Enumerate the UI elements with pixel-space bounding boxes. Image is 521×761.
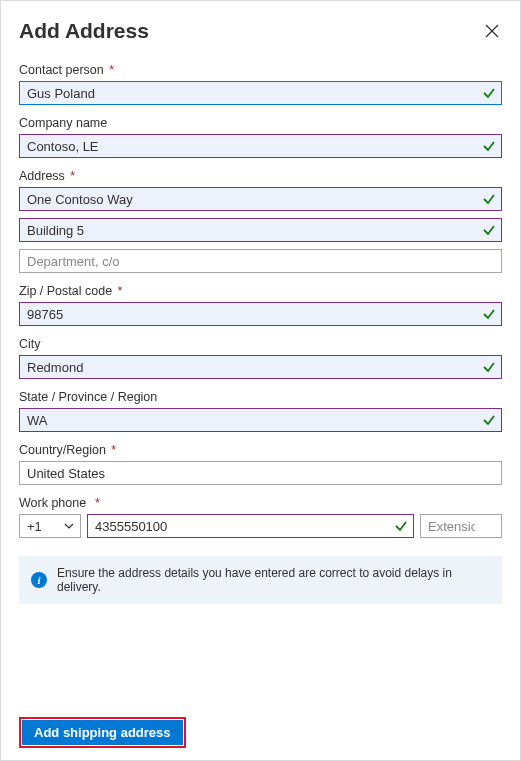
check-icon [482, 360, 496, 374]
label-state: State / Province / Region [19, 390, 502, 404]
info-icon: i [31, 572, 47, 588]
field-city: City [19, 337, 502, 379]
field-address: Address * [19, 169, 502, 273]
check-icon [482, 223, 496, 237]
check-icon [482, 192, 496, 206]
state-input[interactable] [19, 408, 502, 432]
phone-country-code-select[interactable]: +1 [19, 514, 81, 538]
phone-number-input[interactable] [87, 514, 414, 538]
field-company: Company name [19, 116, 502, 158]
zip-input[interactable] [19, 302, 502, 326]
label-company: Company name [19, 116, 502, 130]
check-icon [394, 519, 408, 533]
field-phone: Work phone * +1 [19, 496, 502, 538]
field-state: State / Province / Region [19, 390, 502, 432]
label-phone: Work phone * [19, 496, 502, 510]
info-text: Ensure the address details you have ente… [57, 566, 490, 594]
panel-footer: Add shipping address [19, 717, 186, 748]
add-address-panel: Add Address Contact person * Company nam… [0, 0, 521, 761]
panel-header: Add Address [19, 19, 502, 43]
add-shipping-address-button[interactable]: Add shipping address [22, 720, 183, 745]
panel-title: Add Address [19, 19, 149, 43]
label-contact-person: Contact person * [19, 63, 502, 77]
label-country: Country/Region * [19, 443, 502, 457]
phone-cc-value: +1 [27, 519, 42, 534]
chevron-down-icon [64, 521, 74, 531]
close-button[interactable] [482, 21, 502, 41]
company-input[interactable] [19, 134, 502, 158]
label-zip: Zip / Postal code * [19, 284, 502, 298]
submit-highlight: Add shipping address [19, 717, 186, 748]
city-input[interactable] [19, 355, 502, 379]
contact-person-input[interactable] [19, 81, 502, 105]
address-line2-input[interactable] [19, 218, 502, 242]
check-icon [482, 413, 496, 427]
check-icon [482, 86, 496, 100]
field-contact-person: Contact person * [19, 63, 502, 105]
check-icon [482, 139, 496, 153]
check-icon [482, 307, 496, 321]
address-line3-input[interactable] [19, 249, 502, 273]
address-line1-input[interactable] [19, 187, 502, 211]
field-zip: Zip / Postal code * [19, 284, 502, 326]
label-address: Address * [19, 169, 502, 183]
info-message: i Ensure the address details you have en… [19, 556, 502, 604]
field-country: Country/Region * [19, 443, 502, 485]
phone-extension-input[interactable] [420, 514, 502, 538]
country-input[interactable] [19, 461, 502, 485]
close-icon [485, 24, 499, 38]
label-city: City [19, 337, 502, 351]
